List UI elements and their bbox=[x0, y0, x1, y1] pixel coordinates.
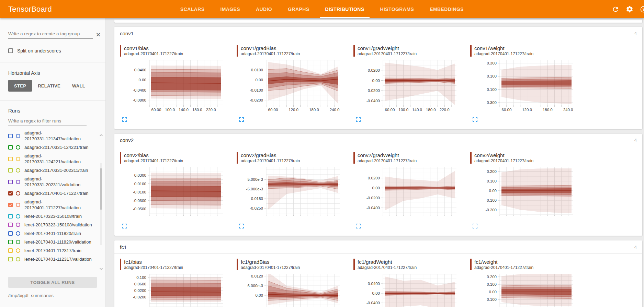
run-checkbox[interactable] bbox=[8, 203, 13, 207]
run-item[interactable]: adagrad-20170331-121347/validation bbox=[8, 129, 97, 143]
split-underscores-row[interactable]: Split on underscores bbox=[8, 48, 97, 54]
svg-text:-0.0800: -0.0800 bbox=[133, 98, 146, 102]
run-solo-radio[interactable] bbox=[16, 168, 20, 173]
chart-title: conv1/gradWeight bbox=[358, 45, 458, 51]
run-item[interactable]: adagrad-20170401-171227/train bbox=[8, 189, 97, 198]
tab-embeddings[interactable]: EMBEDDINGS bbox=[422, 0, 472, 18]
runs-filter-input[interactable] bbox=[8, 117, 87, 126]
tag-group-header-conv2[interactable]: conv24 bbox=[114, 134, 642, 147]
run-item[interactable]: adagrad-20170401-171227/validation bbox=[8, 198, 97, 212]
run-solo-radio[interactable] bbox=[16, 157, 20, 161]
tag-regex-input[interactable] bbox=[8, 30, 93, 39]
run-checkbox[interactable] bbox=[8, 240, 13, 244]
run-item[interactable]: lenet-20170323-150108/train bbox=[8, 212, 97, 221]
distribution-chart: fc1/gradWeightadagrad-20170401-171227/tr… bbox=[353, 259, 458, 307]
tab-audio[interactable]: AUDIO bbox=[248, 0, 280, 18]
tag-group-card-conv2: conv24conv2/biasadagrad-20170401-171227/… bbox=[114, 134, 642, 236]
run-checkbox[interactable] bbox=[8, 191, 13, 196]
run-checkbox[interactable] bbox=[8, 145, 13, 150]
run-item[interactable]: lenet-20170323-150108/validation bbox=[8, 221, 97, 229]
tag-group-header-conv1[interactable]: conv14 bbox=[114, 27, 642, 40]
run-checkbox[interactable] bbox=[8, 134, 13, 138]
axis-mode-step-button[interactable]: STEP bbox=[8, 80, 32, 92]
run-solo-radio[interactable] bbox=[16, 180, 20, 184]
tab-images[interactable]: IMAGES bbox=[212, 0, 248, 18]
tab-histograms[interactable]: HISTOGRAMS bbox=[372, 0, 422, 18]
distribution-chart: conv2/weightadagrad-20170401-171227/trai… bbox=[470, 152, 575, 231]
chart-run-label: adagrad-20170401-171227/train bbox=[358, 158, 458, 164]
svg-text:0.00: 0.00 bbox=[489, 188, 497, 192]
tag-group-header-fc1[interactable]: fc14 bbox=[114, 240, 642, 254]
scrollbar-thumb[interactable] bbox=[100, 168, 102, 210]
svg-text:5.000e-3: 5.000e-3 bbox=[248, 177, 263, 181]
svg-text:60.00: 60.00 bbox=[385, 108, 395, 112]
run-checkbox[interactable] bbox=[8, 248, 13, 253]
expand-chart-icon[interactable] bbox=[472, 116, 478, 123]
run-solo-radio[interactable] bbox=[16, 223, 20, 227]
run-item[interactable]: lenet-20170401-111820/validation bbox=[8, 238, 97, 246]
scrolled-card-edge bbox=[114, 20, 642, 23]
run-item[interactable]: lenet-20170401-112317/validation bbox=[8, 255, 97, 263]
svg-text:60.00: 60.00 bbox=[151, 108, 161, 112]
help-icon[interactable]: ? bbox=[640, 5, 644, 13]
run-name-label: lenet-20170323-150108/validation bbox=[24, 222, 92, 228]
expand-chart-icon[interactable] bbox=[238, 116, 245, 123]
axis-mode-wall-button[interactable]: WALL bbox=[66, 80, 91, 92]
run-solo-radio[interactable] bbox=[16, 240, 20, 244]
chart-title: fc1/gradWeight bbox=[358, 259, 458, 265]
svg-text:0.100: 0.100 bbox=[487, 282, 497, 286]
run-solo-radio[interactable] bbox=[16, 145, 20, 150]
tag-group-card-fc1: fc14fc1/biasadagrad-20170401-171227/trai… bbox=[114, 240, 642, 307]
runs-label: Runs bbox=[8, 108, 97, 114]
chart-title-block: fc1/gradWeightadagrad-20170401-171227/tr… bbox=[353, 259, 458, 270]
svg-text:-0.0500: -0.0500 bbox=[133, 207, 146, 211]
chart-title: conv1/gradBias bbox=[241, 45, 341, 51]
run-checkbox[interactable] bbox=[8, 157, 13, 161]
run-checkbox[interactable] bbox=[8, 257, 13, 261]
run-item[interactable]: adagrad-20170331-124221/train bbox=[8, 143, 97, 152]
expand-chart-icon[interactable] bbox=[121, 116, 128, 123]
run-item[interactable]: adagrad-20170331-202311/train bbox=[8, 166, 97, 175]
run-name-label: adagrad-20170401-171227/validation bbox=[24, 199, 81, 211]
run-solo-radio[interactable] bbox=[16, 203, 20, 207]
run-item[interactable]: adagrad-20170331-124221/validation bbox=[8, 152, 97, 166]
expand-chart-icon[interactable] bbox=[355, 116, 362, 123]
run-item[interactable]: adagrad-20170331-202311/validation bbox=[8, 175, 97, 189]
runs-scrollbar[interactable] bbox=[99, 129, 103, 274]
run-checkbox[interactable] bbox=[8, 223, 13, 227]
svg-text:180.0: 180.0 bbox=[543, 108, 553, 112]
expand-chart-icon[interactable] bbox=[238, 223, 245, 230]
scroll-up-icon[interactable] bbox=[99, 133, 103, 137]
run-checkbox[interactable] bbox=[8, 231, 13, 236]
tab-graphs[interactable]: GRAPHS bbox=[280, 0, 317, 18]
run-item[interactable]: lenet-20170401-111820/train bbox=[8, 229, 97, 238]
run-checkbox[interactable] bbox=[8, 168, 13, 173]
axis-mode-relative-button[interactable]: RELATIVE bbox=[32, 80, 66, 92]
expand-chart-icon[interactable] bbox=[355, 223, 362, 230]
run-name-label: adagrad-20170401-171227/train bbox=[24, 190, 89, 196]
run-solo-radio[interactable] bbox=[16, 231, 20, 236]
run-solo-radio[interactable] bbox=[16, 134, 20, 138]
run-solo-radio[interactable] bbox=[16, 191, 20, 196]
svg-text:120.0: 120.0 bbox=[522, 108, 532, 112]
run-solo-radio[interactable] bbox=[16, 214, 20, 219]
refresh-icon[interactable] bbox=[612, 5, 619, 13]
settings-gear-icon[interactable] bbox=[626, 5, 633, 13]
tab-scalars[interactable]: SCALARS bbox=[172, 0, 212, 18]
svg-text:220.0: 220.0 bbox=[206, 108, 216, 112]
run-checkbox[interactable] bbox=[8, 180, 13, 184]
expand-chart-icon[interactable] bbox=[121, 223, 128, 230]
run-item[interactable]: lenet-20170401-112317/train bbox=[8, 246, 97, 255]
scroll-down-icon[interactable] bbox=[99, 266, 103, 271]
split-underscores-checkbox[interactable] bbox=[8, 48, 13, 53]
run-solo-radio[interactable] bbox=[16, 248, 20, 253]
distribution-chart: conv1/gradWeightadagrad-20170401-171227/… bbox=[353, 45, 458, 123]
toggle-all-runs-button[interactable]: TOGGLE ALL RUNS bbox=[8, 277, 97, 288]
run-checkbox[interactable] bbox=[8, 214, 13, 219]
run-solo-radio[interactable] bbox=[16, 257, 20, 261]
svg-text:0.0300: 0.0300 bbox=[134, 173, 146, 177]
tab-distributions[interactable]: DISTRIBUTIONS bbox=[317, 0, 372, 18]
expand-chart-icon[interactable] bbox=[472, 223, 478, 230]
chart-run-label: adagrad-20170401-171227/train bbox=[124, 51, 224, 57]
close-icon[interactable]: × bbox=[93, 31, 102, 39]
